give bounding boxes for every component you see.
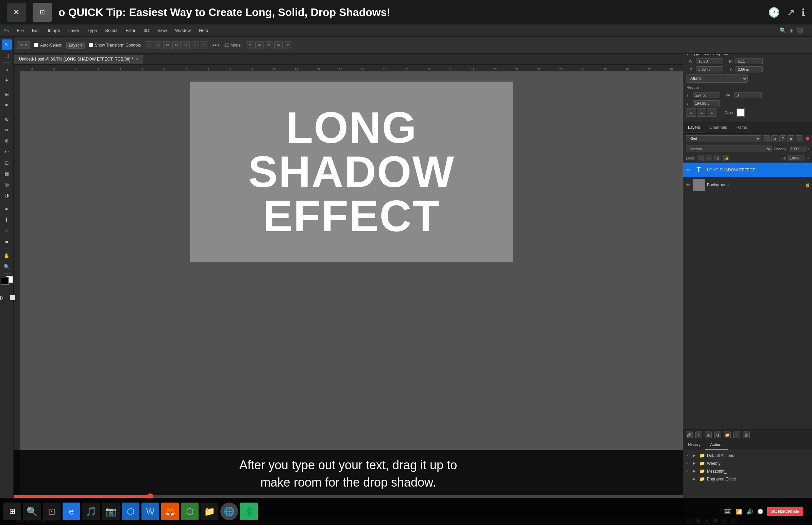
height-input[interactable] [736,58,763,64]
leading-input[interactable] [693,100,720,106]
lock-artboard-button[interactable]: ⊞ [715,155,721,161]
task-view-button[interactable]: ⊡ [43,502,61,520]
y-input[interactable] [736,66,763,72]
move-tool-button[interactable]: ↖ ▾ [17,41,30,49]
magic-wand-tool[interactable]: ✦ [2,75,12,85]
canvas-main[interactable]: LONG SHADOW EFFECT [20,71,683,498]
action-engraved[interactable]: ✓ ▶ 📁 Engraved Effect [683,475,812,483]
action-default-actions[interactable]: ✓ ▶ 📁 Default Actions [683,452,812,460]
blend-mode-dropdown[interactable]: Normal [686,146,772,152]
lock-position-button[interactable]: + [706,155,712,161]
3d-btn-5[interactable]: ⊕ [284,41,292,49]
link-layers-button[interactable]: 🔗 [686,432,693,438]
menu-view[interactable]: View [154,27,170,34]
align-middle-button[interactable]: ⊡ [182,41,190,49]
hand-tool[interactable]: ✋ [2,251,12,261]
pen-tool[interactable]: ✒ [2,204,12,214]
align-top-button[interactable]: ⊡ [172,41,181,49]
font-name-dropdown[interactable]: Alfarn [687,74,748,82]
close-button[interactable]: ✕ [7,3,26,22]
align-left-text-button[interactable]: ≡ [687,108,696,117]
app2[interactable]: ⬡ [181,502,199,520]
filter-type-icon[interactable]: T [779,135,786,142]
3d-btn-1[interactable]: ⊕ [246,41,254,49]
eraser-tool[interactable]: ◻ [2,158,12,168]
tab-channels[interactable]: Channels [705,122,732,133]
path-tool[interactable]: ⇗ [2,226,12,236]
lock-all-button[interactable]: 🔒 [723,155,730,161]
filter-shape-icon[interactable]: ■ [787,135,794,142]
app3[interactable]: 💲 [240,502,258,520]
document-tab[interactable]: Untitled-1.psd @ 66.7% (LONG SHADOW EFFE… [14,55,144,64]
gradient-tool[interactable]: ▦ [2,168,12,179]
group-layers-button[interactable]: 📁 [724,432,731,438]
explorer-app[interactable]: 📁 [201,502,218,520]
3d-btn-2[interactable]: ⊕ [255,41,264,49]
info-icon[interactable]: ℹ [801,7,805,18]
share-icon[interactable]: ↗ [787,7,795,18]
show-transform-controls-checkbox[interactable]: Show Transform Controls [89,43,141,48]
type-tool[interactable]: T [2,215,12,225]
menu-file[interactable]: File [13,27,27,34]
align-center-text-button[interactable]: ≡ [697,108,706,117]
menu-window[interactable]: Window [172,27,194,34]
tab-history[interactable]: History [683,440,705,450]
x-input[interactable] [696,66,723,72]
3d-btn-3[interactable]: ⊕ [265,41,273,49]
opacity-chevron[interactable]: ▾ [807,147,809,151]
align-right-button[interactable]: ⊡ [163,41,171,49]
menu-edit[interactable]: Edit [29,27,43,34]
zoom-tool[interactable]: 🔍 [2,261,12,272]
music-app[interactable]: 🎵 [82,502,100,520]
filter-smartobj-icon[interactable]: ⊞ [796,135,802,142]
search-icon[interactable]: 🔍 [780,27,786,34]
fill-input[interactable] [788,155,805,161]
action-weebly[interactable]: ✓ ▶ 📁 Weebly [683,460,812,467]
layer-effects-button[interactable]: f [695,432,702,438]
more-options-icon[interactable]: ••• [212,42,220,48]
width-input[interactable] [696,58,723,64]
color-swatch[interactable] [737,108,745,117]
layer-item-shadow-effect[interactable]: 👁 T LONG SHADOW EFFECT [683,163,812,178]
opacity-input[interactable] [789,146,806,152]
shape-tool[interactable]: ■ [2,237,12,247]
menu-layer[interactable]: Layer [65,27,83,34]
align-right-text-button[interactable]: ≡ [707,108,717,117]
adjustment-layer-button[interactable]: ◑ [715,432,721,438]
brush-tool[interactable]: ✏ [2,125,12,135]
tab-paths[interactable]: Paths [732,122,752,133]
delete-layer-button[interactable]: 🗑 [743,432,750,438]
lasso-tool[interactable]: ⌀ [2,64,12,74]
dodge-tool[interactable]: ◑ [2,190,12,200]
layer-mask-button[interactable]: ▣ [705,432,712,438]
filter-toggle-dot[interactable] [806,137,809,140]
clock-icon[interactable]: 🕐 [768,7,780,18]
lock-pixels-button[interactable]: ⬚ [697,155,704,161]
edge-button[interactable]: e [63,502,80,520]
foreground-color[interactable] [1,277,9,285]
arrange-icon[interactable]: ⬛ [796,27,803,34]
workspace-icon[interactable]: ⊞ [789,27,794,34]
fill-chevron[interactable]: ▾ [807,156,809,161]
crop-tool[interactable]: ⊞ [2,89,12,99]
filter-adjustment-icon[interactable]: ◑ [771,135,778,142]
start-button[interactable]: ⊞ [3,502,21,520]
word-app[interactable]: W [141,502,159,520]
action-mezzotint[interactable]: ✓ ▶ 📁 Mezzotint_ [683,467,812,475]
filter-pixel-icon[interactable]: ⬛ [763,135,770,142]
eyedropper-tool[interactable]: ✒ [2,100,12,110]
screen-mode-icon[interactable]: ⬜ [7,292,18,303]
new-layer-button[interactable]: + [734,432,740,438]
browser-app[interactable]: 🦊 [161,502,179,520]
video-progress-bar[interactable] [0,495,683,498]
clone-tool[interactable]: ⊛ [2,136,12,146]
tab-layers[interactable]: Layers [683,122,705,133]
menu-select[interactable]: Select [102,27,121,34]
filter-kind-dropdown[interactable]: Kind [686,135,761,142]
menu-3d[interactable]: 3D [140,27,153,34]
network-icon[interactable]: 📶 [736,508,742,515]
healing-tool[interactable]: ⊕ [2,114,12,124]
menu-type[interactable]: Type [84,27,100,34]
menu-help[interactable]: Help [196,27,211,34]
tab-actions[interactable]: Actions [705,440,728,450]
